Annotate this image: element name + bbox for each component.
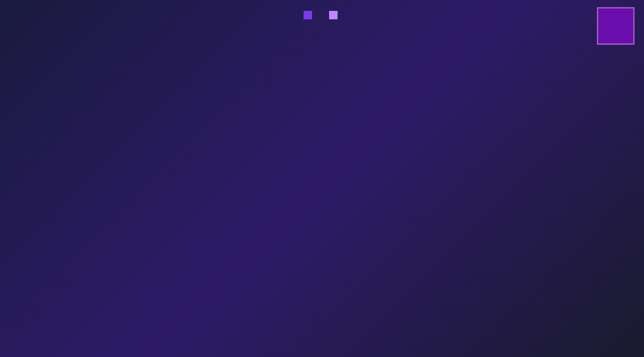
legend-average — [304, 11, 315, 19]
logo — [597, 7, 635, 45]
legend-low-box — [329, 11, 338, 19]
main-container — [0, 0, 644, 357]
legend-low — [329, 11, 340, 19]
legend-average-box — [304, 11, 312, 19]
legend — [9, 11, 635, 19]
